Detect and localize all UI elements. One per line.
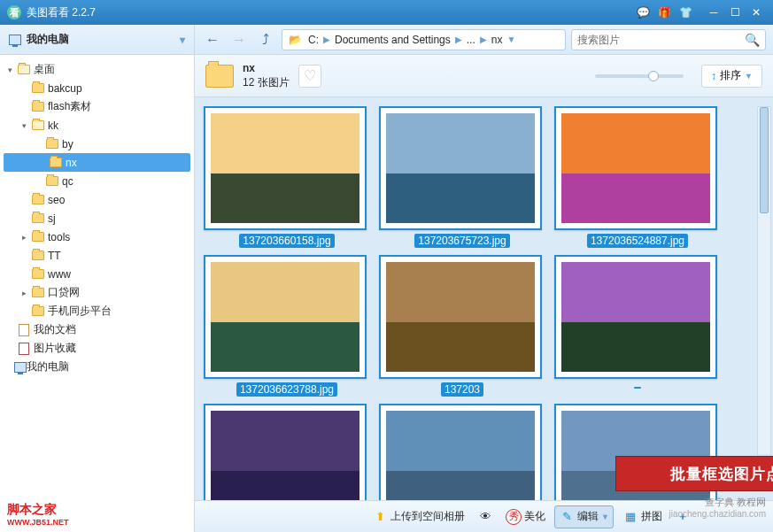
tree-label: 桌面	[34, 62, 55, 77]
tree-node-nx[interactable]: nx	[4, 153, 190, 172]
thumb-item[interactable]: 1372036524887.jpg	[554, 106, 721, 248]
thumbs-grid: 137203660158.jpg137203675723.jpg13720365…	[204, 106, 764, 500]
up-button[interactable]: ⤴	[255, 29, 276, 50]
weibo-button[interactable]: 👁	[474, 506, 497, 528]
folder-icon	[50, 158, 62, 167]
thumb-item[interactable]	[204, 404, 370, 500]
beautify-button[interactable]: 秀 美化	[502, 506, 549, 528]
folder-icon	[32, 288, 44, 297]
tree-toggle-icon[interactable]: ▸	[19, 233, 28, 242]
thumb-image	[211, 411, 359, 500]
crumb-0[interactable]: Documents and Settings	[331, 34, 454, 46]
tree-toggle-icon[interactable]: ▾	[19, 121, 28, 130]
upload-label: 上传到空间相册	[390, 509, 465, 524]
tree-label: 手机同步平台	[48, 304, 112, 319]
beautify-icon: 秀	[506, 509, 522, 525]
gift-icon[interactable]: 🎁	[654, 4, 674, 20]
maximize-button[interactable]: ☐	[725, 4, 745, 20]
tree-node-桌面[interactable]: ▾桌面	[0, 60, 194, 79]
edit-button[interactable]: ✎ 编辑 ▼	[554, 505, 614, 528]
folder-icon	[32, 306, 44, 316]
tree-node-我的文档[interactable]: 我的文档	[0, 320, 194, 339]
thumb-frame	[379, 255, 542, 379]
thumb-item[interactable]: 1372036623788.jpg	[204, 255, 370, 397]
tree-node-手机同步平台[interactable]: 手机同步平台	[0, 302, 194, 320]
back-button[interactable]: ←	[202, 29, 223, 50]
thumb-image	[211, 262, 359, 372]
skin-icon[interactable]: 👕	[676, 4, 695, 20]
tree-node-我的电脑[interactable]: 我的电脑	[0, 358, 194, 376]
tree-node-bakcup[interactable]: bakcup	[0, 79, 194, 97]
folder-icon	[32, 251, 44, 260]
thumb-item[interactable]	[379, 404, 545, 500]
upload-button[interactable]: ⬆ 上传到空间相册	[368, 506, 468, 528]
folder-icon	[32, 195, 44, 204]
folder-tree: ▾桌面bakcupflash素材▾kkbynxqcseosj▸toolsTTww…	[0, 55, 194, 497]
app-title: 美图看看 2.2.7	[27, 5, 96, 20]
upload-icon: ⬆	[372, 509, 388, 525]
tree-node-by[interactable]: by	[0, 135, 194, 153]
titlebar: 看 美图看看 2.2.7 💬 🎁 👕 ─ ☐ ✕	[0, 0, 773, 25]
tree-toggle-icon[interactable]: ▸	[19, 289, 28, 297]
thumb-image	[211, 113, 359, 223]
tree-label: seo	[48, 194, 65, 206]
tree-node-口贷网[interactable]: ▸口贷网	[0, 283, 194, 302]
sort-button[interactable]: ↕ 排序 ▼	[701, 65, 762, 88]
search-icon[interactable]: 🔍	[745, 33, 760, 47]
tree-label: 图片收藏	[34, 341, 76, 356]
sidebar-menu-icon[interactable]: ▾	[180, 34, 185, 46]
tree-node-www[interactable]: www	[0, 265, 194, 283]
thumb-frame	[204, 255, 367, 379]
msg-icon[interactable]: 💬	[633, 4, 653, 20]
crumb-2[interactable]: nx	[488, 34, 506, 46]
tree-label: 口贷网	[48, 285, 80, 300]
thumb-frame	[554, 255, 717, 379]
puzzle-button[interactable]: ▦ 拼图	[619, 506, 666, 528]
edit-icon: ✎	[559, 509, 575, 525]
watermark-1: 查字典 教程网	[705, 496, 766, 509]
thumb-item[interactable]: 137203	[379, 255, 545, 397]
tree-label: 我的电脑	[27, 359, 69, 374]
tree-node-TT[interactable]: TT	[0, 246, 194, 265]
thumb-label	[634, 387, 641, 389]
tree-node-kk[interactable]: ▾kk	[0, 116, 194, 135]
tree-label: flash素材	[48, 99, 91, 114]
thumb-item[interactable]	[554, 255, 721, 397]
tree-label: kk	[48, 120, 58, 132]
tree-node-flash素材[interactable]: flash素材	[0, 97, 194, 116]
weibo-icon: 👁	[477, 509, 493, 525]
document-icon	[19, 324, 29, 336]
tree-label: tools	[48, 231, 70, 243]
crumb-drive[interactable]: C:	[305, 34, 322, 46]
favorite-button[interactable]: ♡	[298, 65, 321, 88]
tree-node-图片收藏[interactable]: 图片收藏	[0, 339, 194, 358]
content: ← → ⤴ 📂 C: ▶ Documents and Settings ▶ ..…	[195, 25, 773, 532]
minimize-button[interactable]: ─	[704, 4, 723, 20]
search-box[interactable]: 🔍	[571, 29, 766, 50]
scroll-thumb[interactable]	[760, 107, 769, 213]
folder-name: nx	[243, 62, 290, 76]
sort-label: 排序	[720, 68, 741, 83]
thumb-item[interactable]: 137203675723.jpg	[379, 106, 545, 248]
breadcrumb[interactable]: 📂 C: ▶ Documents and Settings ▶ ... ▶ nx…	[282, 29, 566, 50]
crumb-1[interactable]: ...	[463, 34, 479, 46]
scrollbar[interactable]: ▼	[757, 106, 771, 469]
thumb-item[interactable]: 137203660158.jpg	[204, 106, 370, 248]
sidebar-header-label: 我的电脑	[27, 32, 69, 47]
tree-toggle-icon[interactable]: ▾	[5, 66, 14, 74]
tree-node-tools[interactable]: ▸tools	[0, 227, 194, 246]
thumb-image	[386, 411, 535, 500]
thumb-size-slider[interactable]	[595, 74, 684, 78]
tree-label: www	[48, 268, 71, 281]
thumb-label: 1372036524887.jpg	[587, 234, 688, 248]
tree-node-seo[interactable]: seo	[0, 190, 194, 209]
footer-brand: 脚本之家 WWW.JB51.NET	[0, 497, 194, 532]
search-input[interactable]	[577, 34, 745, 46]
thumb-frame	[379, 404, 542, 500]
toolbar: ← → ⤴ 📂 C: ▶ Documents and Settings ▶ ..…	[195, 25, 773, 55]
forward-button[interactable]: →	[228, 29, 250, 50]
folder-big-icon	[205, 65, 234, 88]
tree-node-sj[interactable]: sj	[0, 209, 194, 227]
close-button[interactable]: ✕	[746, 4, 766, 20]
tree-node-qc[interactable]: qc	[0, 172, 194, 190]
